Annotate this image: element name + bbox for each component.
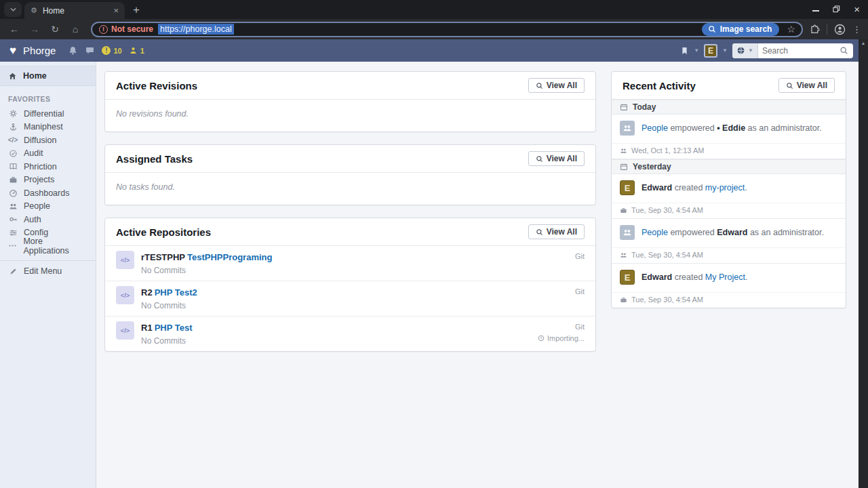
bookmark-chevron-down-icon[interactable]: ▼ xyxy=(694,47,699,54)
browser-tab-home[interactable]: ⚙ Home × xyxy=(24,2,125,19)
story-object-link[interactable]: my-project xyxy=(705,183,745,192)
user-avatar[interactable]: E xyxy=(704,44,717,58)
alert-exclamation-icon: ! xyxy=(102,46,111,55)
home-icon xyxy=(8,72,17,81)
user-icon xyxy=(129,46,138,55)
scope-chevron-down-icon: ▼ xyxy=(748,47,753,54)
window-minimize-button[interactable] xyxy=(812,10,819,12)
browser-home-icon[interactable]: ⌂ xyxy=(66,24,84,34)
story-text: Edward created my-project. xyxy=(642,180,747,195)
repo-name-link[interactable]: TestPHPPrograming xyxy=(187,252,272,262)
window-restore-button[interactable] xyxy=(833,5,840,13)
sidebar-item-maniphest[interactable]: Maniphest xyxy=(0,121,96,134)
phorge-heart-logo-icon[interactable]: ♥ xyxy=(9,45,16,56)
new-tab-button[interactable]: + xyxy=(133,4,140,16)
sidebar-item-label: Audit xyxy=(24,148,43,158)
repo-callsign: R1 xyxy=(141,323,153,333)
repository-row: </> R2PHP Test2 No Commits Git xyxy=(105,281,595,316)
sidebar-item-label: Diffusion xyxy=(24,136,56,145)
extensions-puzzle-icon[interactable] xyxy=(810,24,820,35)
view-all-tasks-button[interactable]: View All xyxy=(528,151,585,166)
story-footer: Tue, Sep 30, 4:54 AM xyxy=(612,292,846,308)
repo-name-link[interactable]: PHP Test2 xyxy=(155,287,197,298)
sidebar-item-diffusion[interactable]: </> Diffusion xyxy=(0,134,96,147)
story-footer: Tue, Sep 30, 4:54 AM xyxy=(612,203,846,218)
reload-icon[interactable]: ↻ xyxy=(46,24,64,34)
tab-search-button[interactable] xyxy=(4,2,22,17)
story-actor-link[interactable]: People xyxy=(642,123,668,133)
story-object-link[interactable]: My Project xyxy=(705,272,745,282)
sliders-icon xyxy=(9,228,18,237)
repository-folder-icon: </> xyxy=(116,321,134,340)
sidebar-item-differential[interactable]: Differential xyxy=(0,107,96,121)
sidebar-item-people[interactable]: People xyxy=(0,200,96,214)
image-search-button[interactable]: Image search xyxy=(702,23,780,36)
calendar-icon xyxy=(620,163,628,171)
repo-status: No Commits xyxy=(141,301,575,310)
search-icon xyxy=(536,155,543,163)
people-app-avatar[interactable] xyxy=(620,225,635,240)
url-text-selected[interactable]: https://phorge.local xyxy=(158,24,234,35)
browser-menu-kebab-icon[interactable]: ⋮ xyxy=(852,24,861,35)
bookmark-star-icon[interactable]: ☆ xyxy=(787,24,795,34)
sidebar-item-projects[interactable]: Projects xyxy=(0,174,96,187)
users-icon xyxy=(623,228,632,237)
security-label: Not secure xyxy=(111,24,153,34)
profile-icon[interactable] xyxy=(834,24,846,35)
sidebar-item-phriction[interactable]: Phriction xyxy=(0,160,96,174)
feed-story: E Edward created my-project. Tue, Sep 30… xyxy=(612,174,846,219)
bookmark-flag-icon[interactable] xyxy=(680,46,689,56)
browser-tabstrip: ⚙ Home × + × xyxy=(0,0,868,19)
user-avatar[interactable]: E xyxy=(620,180,635,195)
view-all-revisions-button[interactable]: View All xyxy=(528,78,585,93)
phorge-header: ♥ Phorge ! 10 1 ▼ E ▼ ▼ xyxy=(0,39,859,62)
repository-row: </> rTESTPHPTestPHPPrograming No Commits… xyxy=(105,246,595,281)
repo-status: No Commits xyxy=(141,336,538,346)
people-app-avatar[interactable] xyxy=(620,121,635,136)
repository-folder-icon: </> xyxy=(116,251,134,269)
repo-importing-status: Importing... xyxy=(538,333,585,344)
search-input[interactable] xyxy=(758,46,840,56)
empty-state-text: No tasks found. xyxy=(105,173,595,205)
notifications-bell-icon[interactable] xyxy=(68,45,78,56)
global-search-box: ▼ xyxy=(732,43,853,58)
view-all-label: View All xyxy=(547,227,577,237)
story-footer: Tue, Sep 30, 4:54 AM xyxy=(612,247,846,263)
messages-chat-icon[interactable] xyxy=(85,45,95,56)
tab-close-icon[interactable]: × xyxy=(113,6,119,15)
view-all-activity-button[interactable]: View All xyxy=(778,78,835,93)
phorge-brand[interactable]: Phorge xyxy=(23,45,56,56)
sidebar-item-more-applications[interactable]: More Applications xyxy=(0,239,96,253)
view-all-label: View All xyxy=(547,154,577,163)
feed-section-yesterday: Yesterday xyxy=(612,159,846,174)
view-all-repositories-button[interactable]: View All xyxy=(528,224,585,239)
sidebar-item-dashboards[interactable]: Dashboards xyxy=(0,186,96,200)
search-scope-selector[interactable]: ▼ xyxy=(732,43,758,58)
page-scrollbar[interactable]: ▲ xyxy=(859,39,868,488)
search-icon[interactable] xyxy=(840,46,848,55)
address-bar[interactable]: ! Not secure https://phorge.local Image … xyxy=(91,22,803,37)
repo-callsign: R2 xyxy=(141,287,153,298)
security-chip[interactable]: ! Not secure xyxy=(99,24,153,34)
users-icon xyxy=(9,202,18,211)
forward-icon[interactable]: → xyxy=(26,24,43,34)
story-timestamp: Wed, Oct 1, 12:13 AM xyxy=(631,146,704,155)
story-text: Edward created My Project. xyxy=(642,270,747,284)
sidebar-item-audit[interactable]: Audit xyxy=(0,147,96,161)
scrollbar-up-arrow-icon[interactable]: ▲ xyxy=(861,41,866,45)
gear-icon xyxy=(9,109,18,118)
back-icon[interactable]: ← xyxy=(5,24,23,34)
globe-icon xyxy=(736,46,745,55)
user-count-badge[interactable]: 1 xyxy=(129,46,144,55)
sidebar-item-edit-menu[interactable]: Edit Menu xyxy=(0,265,96,279)
avatar-chevron-down-icon[interactable]: ▼ xyxy=(722,47,728,54)
window-close-button[interactable]: × xyxy=(854,4,860,14)
alert-count-badge[interactable]: ! 10 xyxy=(102,46,121,55)
sidebar-item-home[interactable]: Home xyxy=(0,66,96,86)
check-circle-icon xyxy=(9,149,18,158)
repo-name-link[interactable]: PHP Test xyxy=(155,323,193,333)
chevron-down-icon xyxy=(10,7,16,12)
story-actor-link[interactable]: People xyxy=(642,228,668,237)
sidebar-item-auth[interactable]: Auth xyxy=(0,213,96,226)
user-avatar[interactable]: E xyxy=(620,270,635,285)
